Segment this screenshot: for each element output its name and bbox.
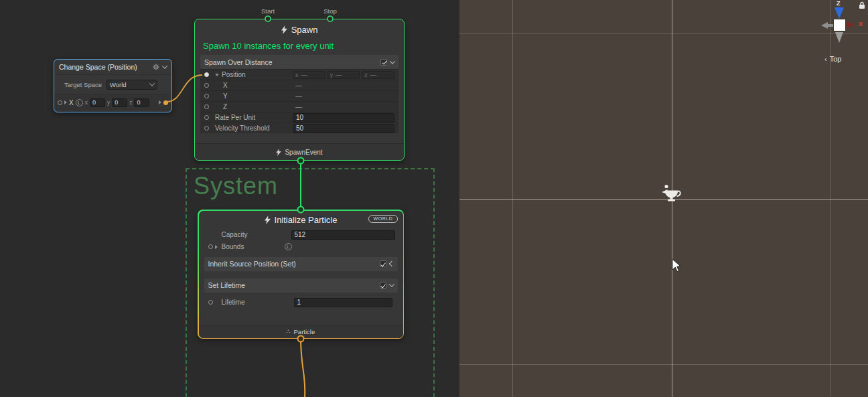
block-enabled-checkbox[interactable] [380,260,386,267]
gear-icon[interactable] [153,64,159,70]
vfx-lamp-gizmo-icon[interactable] [660,182,684,206]
spawn-event-label: SpawnEvent [285,149,322,156]
mouse-cursor [672,258,681,272]
x-input-port[interactable] [58,100,62,105]
x-axis-label: x [859,19,863,27]
chevron-down-icon[interactable] [388,281,394,287]
gizmo-center-cube[interactable] [834,19,845,31]
chevron-down-icon [149,80,155,86]
lifetime-input[interactable]: 1 [294,298,392,307]
bounds-row: Bounds L [204,241,398,253]
grid-line-horizontal [459,364,868,365]
chevron-down-icon[interactable] [390,58,395,64]
triangle-right-icon[interactable] [64,100,67,104]
block-enabled-checkbox[interactable] [380,59,387,66]
chevron-down-icon[interactable] [162,63,167,68]
x-axis-label: x [85,99,88,106]
disclosure-triangle-icon[interactable] [215,74,219,76]
x-label: X [223,82,228,89]
set-lifetime-block[interactable]: Set Lifetime [204,279,398,293]
inherit-source-position-block[interactable]: Inherit Source Position (Set) [204,257,398,271]
spawn-over-distance-block-header[interactable]: Spawn Over Distance [200,55,399,69]
target-space-value: World [110,81,147,88]
y-value-input[interactable]: 0 [112,98,127,107]
rate-per-unit-port[interactable] [204,115,209,120]
spawn-node-header[interactable]: Spawn [195,19,404,39]
x-axis-cone[interactable] [847,21,855,28]
scene-view[interactable]: Z x ‹ Top [459,0,868,397]
velocity-threshold-port[interactable] [204,126,209,131]
target-space-label: Target Space [64,81,102,88]
view-angle-label: Top [830,55,842,63]
z-axis-label: z [129,99,132,106]
y-value: — [295,92,302,100]
x-value-input[interactable]: 0 [90,98,105,107]
position-label: Position [222,71,246,78]
local-space-badge[interactable]: L [76,99,83,106]
lightning-icon [281,25,287,34]
initialize-node[interactable]: Initialize Particle WORLD Capacity 512 B… [198,210,404,339]
initialize-node-header[interactable]: Initialize Particle WORLD [199,211,403,229]
lightning-icon [265,216,271,224]
target-space-dropdown[interactable]: World [106,80,157,90]
initialize-node-title: Initialize Particle [275,215,338,225]
y-input-port[interactable] [204,94,209,98]
axis-z-row: Z — [200,101,399,112]
z-axis-label: Z [837,0,841,7]
chevron-left-icon[interactable] [388,261,394,266]
spawn-node[interactable]: Spawn Spawn 10 instances for every unit … [194,19,405,161]
position-y-field[interactable]: y— [328,71,360,79]
triangle-right-icon [159,100,161,104]
change-space-node[interactable]: Change Space (Position) Target Space Wor… [54,59,172,112]
y-axis-label: y [107,99,110,106]
lightning-icon [276,149,281,156]
lifetime-row: Lifetime 1 [204,297,398,309]
down-axis-cone[interactable] [835,32,843,43]
x-value: — [295,82,302,89]
x-input-port[interactable] [204,83,209,88]
lifetime-input-port[interactable] [208,300,213,305]
axis-x-row: X — [200,80,399,90]
vfx-graph-window: System Start Stop Spawn Spawn 10 instanc… [0,0,868,397]
velocity-threshold-input[interactable]: 50 [293,124,394,133]
system-group-title[interactable]: System [194,172,278,200]
particle-icon: ∴ [287,328,291,335]
capacity-row: Capacity 512 [204,229,398,241]
velocity-threshold-row: Velocity Threshold 50 [200,123,399,133]
chevron-left-icon: ‹ [824,55,827,63]
view-angle-selector[interactable]: ‹ Top [824,55,841,63]
lock-icon[interactable] [859,1,865,9]
change-space-title: Change Space (Position) [59,63,149,71]
block-enabled-checkbox[interactable] [380,282,386,289]
rate-per-unit-row: Rate Per Unit 10 [200,112,399,123]
particle-context-label: Particle [294,328,315,335]
rate-per-unit-input[interactable]: 10 [293,113,394,123]
local-space-badge[interactable]: L [285,243,292,250]
block-title: Spawn Over Distance [204,58,377,66]
capacity-label: Capacity [222,231,248,238]
capacity-input[interactable]: 512 [291,230,395,240]
spawn-node-note: Spawn 10 instances for every unit [195,39,404,54]
position-x-field[interactable]: x— [293,71,326,79]
position-input-port[interactable] [204,72,209,77]
left-axis-arrow-stem [827,24,833,27]
axis-y-row: Y — [200,90,399,101]
z-value: — [295,103,302,110]
y-label: Y [223,92,228,100]
block-title: Inherit Source Position (Set) [208,260,376,268]
z-axis-cone[interactable] [835,7,844,19]
z-value-input[interactable]: 0 [134,98,149,107]
input-label: X [69,99,74,106]
change-space-header[interactable]: Change Space (Position) [54,60,171,75]
output-port[interactable] [163,100,168,105]
particle-footer: ∴ Particle [199,325,403,338]
z-input-port[interactable] [204,104,209,109]
bounds-input-port[interactable] [208,244,213,249]
triangle-right-icon[interactable] [215,245,218,249]
vfx-graph-pane[interactable]: System Start Stop Spawn Spawn 10 instanc… [0,0,459,397]
spawn-stop-port-label: Stop [323,7,337,15]
bounds-label: Bounds [222,243,244,250]
world-space-badge[interactable]: WORLD [368,215,397,223]
position-z-field[interactable]: z— [362,71,394,79]
grid-line-horizontal [459,33,868,34]
